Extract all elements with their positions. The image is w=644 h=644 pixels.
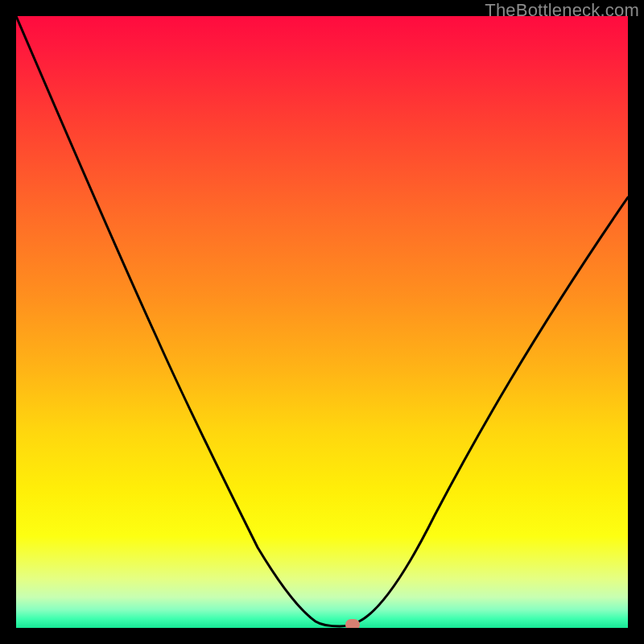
plot-area: [16, 16, 628, 628]
curve-path: [16, 16, 628, 626]
chart-frame: TheBottleneck.com: [0, 0, 644, 644]
optimum-marker: [345, 619, 360, 628]
bottleneck-curve: [16, 16, 628, 628]
